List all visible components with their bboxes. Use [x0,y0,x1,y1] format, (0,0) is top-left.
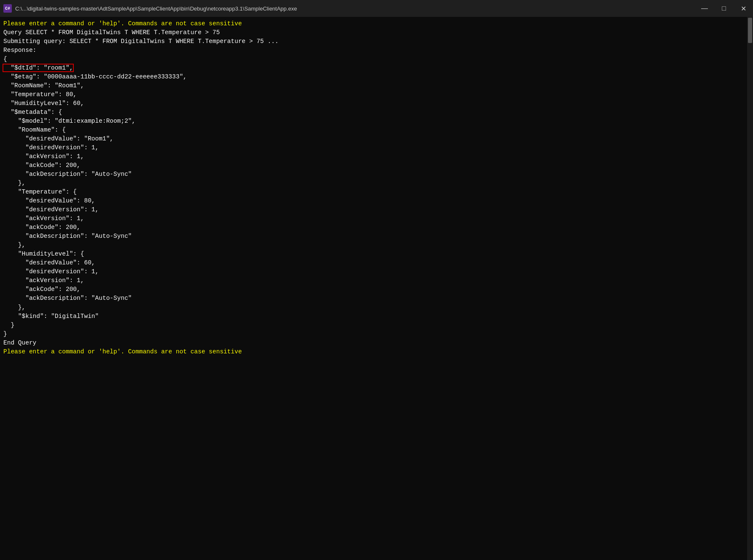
console-window: C# C:\...\digital-twins-samples-master\A… [0,0,753,560]
title-bar-left: C# C:\...\digital-twins-samples-master\A… [3,4,297,13]
console-line-17: "ackCode": 200, [3,161,750,170]
console-line-10: "HumidityLevel": 60, [3,99,750,108]
console-line-19: }, [3,179,750,188]
console-line-24: "ackCode": 200, [3,223,750,232]
console-line-8: "RoomName": "Room1", [3,81,750,90]
scrollbar-thumb[interactable] [748,18,752,43]
console-output[interactable]: Please enter a command or 'help'. Comman… [0,17,753,560]
console-line-6: "$dtId": "room1", [3,64,750,73]
console-line-7: "$etag": "0000aaaa-11bb-cccc-dd22-eeeeee… [3,73,750,81]
console-line-1: Please enter a command or 'help'. Comman… [3,19,750,28]
console-line-4: Response: [3,46,750,55]
minimize-button[interactable]: — [695,0,714,17]
console-line-22: "desiredVersion": 1, [3,205,750,214]
console-line-13: "RoomName": { [3,126,750,135]
console-line-33: }, [3,303,750,312]
console-line-36: } [3,330,750,339]
console-line-12: "$model": "dtmi:example:Room;2", [3,117,750,126]
title-bar-buttons: — □ ✕ [695,0,753,17]
console-line-26: }, [3,241,750,250]
console-line-11: "$metadata": { [3,108,750,117]
close-button[interactable]: ✕ [734,0,753,17]
console-line-28: "desiredValue": 60, [3,258,750,267]
console-line-23: "ackVersion": 1, [3,214,750,223]
console-line-31: "ackCode": 200, [3,285,750,294]
console-line-3: Submitting query: SELECT * FROM DigitalT… [3,37,750,46]
console-line-29: "desiredVersion": 1, [3,267,750,276]
console-line-39: Please enter a command or 'help'. Comman… [3,347,750,356]
window-title: C:\...\digital-twins-samples-master\AdtS… [15,5,297,12]
console-line-32: "ackDescription": "Auto-Sync" [3,294,750,303]
maximize-button[interactable]: □ [714,0,734,17]
highlighted-dtid: "$dtId": "room1", [3,65,73,71]
console-line-37: End Query [3,339,750,347]
scrollbar[interactable] [747,17,753,560]
console-line-21: "desiredValue": 80, [3,197,750,205]
title-bar: C# C:\...\digital-twins-samples-master\A… [0,0,753,17]
console-line-15: "desiredVersion": 1, [3,143,750,152]
console-line-35: } [3,321,750,330]
console-line-9: "Temperature": 80, [3,90,750,99]
console-line-25: "ackDescription": "Auto-Sync" [3,232,750,241]
console-line-14: "desiredValue": "Room1", [3,135,750,143]
console-line-18: "ackDescription": "Auto-Sync" [3,170,750,179]
console-line-27: "HumidityLevel": { [3,250,750,258]
console-line-34: "$kind": "DigitalTwin" [3,312,750,321]
console-line-30: "ackVersion": 1, [3,276,750,285]
console-line-16: "ackVersion": 1, [3,152,750,161]
console-line-2: Query SELECT * FROM DigitalTwins T WHERE… [3,28,750,37]
console-line-20: "Temperature": { [3,188,750,197]
console-line-5: { [3,55,750,64]
app-icon: C# [3,4,12,13]
